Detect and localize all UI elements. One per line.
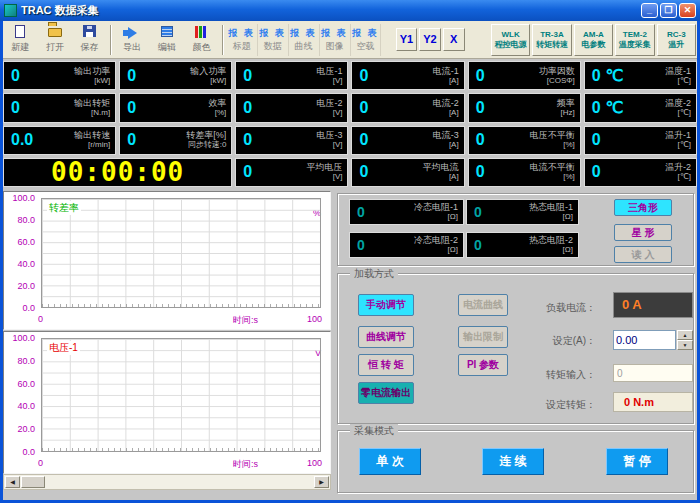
meter-frequency: 0 频率[Hz] (468, 93, 581, 122)
meter-slip-rate: 0 转差率[%]同步转速:0 (119, 126, 232, 155)
title-bar: TRAC 数据采集 _ ❐ ✕ (0, 0, 700, 21)
device-wlk-power-button[interactable]: WLK 程控电源 (491, 24, 530, 56)
set-current-input[interactable] (613, 330, 676, 350)
group-title: 采集模式 (350, 424, 398, 438)
export-button[interactable]: 导出 (115, 23, 150, 57)
x-axis-ticks: 0 时间:s 100 (4, 314, 330, 326)
meter-efficiency: 0 效率[%] (119, 93, 232, 122)
pi-params-button[interactable]: PI 参数 (458, 354, 508, 376)
save-disk-icon (83, 25, 96, 37)
x-axis-ticks: 0 时间:s 100 (4, 458, 330, 470)
new-button[interactable]: 新建 (3, 23, 38, 57)
set-torque-display: 0 N.m (613, 392, 693, 412)
app-window: TRAC 数据采集 _ ❐ ✕ 新建 打开 保存 导出 编辑 颜色 (0, 0, 700, 503)
open-folder-icon (48, 28, 62, 37)
spinner-down-icon[interactable]: ▼ (677, 340, 693, 350)
report-noload-button[interactable]: 报 表 空载 (351, 24, 382, 56)
hot-resistance-1: 0 热态电阻-1[Ω] (466, 199, 579, 225)
meter-output-speed: 0.0 输出转速[r/min] (3, 126, 116, 155)
report-title-button[interactable]: 报 表 标题 (227, 24, 258, 56)
open-button[interactable]: 打开 (38, 23, 73, 57)
meter-average-voltage: 0 平均电压[V] (235, 158, 348, 187)
meter-voltage-unbalance: 0 电压不平衡[%] (468, 126, 581, 155)
meter-power-factor: 0 功率因数[COSΦ] (468, 61, 581, 90)
set-torque-label: 设定转矩： (521, 398, 596, 412)
meter-temperature-1: 0 ℃ 温度-1[℃] (584, 61, 697, 90)
edit-button[interactable]: 编辑 (150, 23, 185, 57)
new-file-icon (15, 25, 25, 38)
toolbar: 新建 打开 保存 导出 编辑 颜色 报 表 标题 报 表 数据 (0, 21, 700, 59)
report-image-button[interactable]: 报 表 图像 (320, 24, 351, 56)
y-axis-ticks: 100.0 80.0 60.0 40.0 20.0 0.0 (4, 338, 38, 452)
minimize-button[interactable]: _ (641, 3, 658, 18)
device-tr3a-torque-button[interactable]: TR-3A 转矩转速 (532, 24, 571, 56)
curve-adjust-button[interactable]: 曲线调节 (358, 326, 414, 348)
device-ama-power-params-button[interactable]: AM-A 电参数 (574, 24, 613, 56)
current-curve-button[interactable]: 电流曲线 (458, 294, 508, 316)
constant-torque-button[interactable]: 恒 转 矩 (358, 354, 414, 376)
read-in-button[interactable]: 读 入 (614, 246, 672, 263)
y1-axis-button[interactable]: Y1 (396, 28, 418, 51)
scroll-right-arrow-icon[interactable]: ▶ (314, 476, 329, 488)
meter-voltage-2: 0 电压-2[V] (235, 93, 348, 122)
close-button[interactable]: ✕ (679, 3, 696, 18)
plot-area: 转差率 (41, 198, 321, 308)
meter-input-power: 0 输入功率[kW] (119, 61, 232, 90)
manual-adjust-button[interactable]: 手动调节 (358, 294, 414, 316)
save-button[interactable]: 保存 (72, 23, 107, 57)
star-connection-button[interactable]: 星 形 (614, 224, 672, 241)
cold-resistance-1: 0 冷态电阻-1[Ω] (349, 199, 464, 225)
device-rc3-temp-rise-button[interactable]: RC-3 温升 (657, 24, 696, 56)
zero-current-output-button[interactable]: 零电流输出 (358, 382, 414, 404)
meter-voltage-1: 0 电压-1[V] (235, 61, 348, 90)
x-axis-label: 时间:s (233, 458, 258, 471)
voltage-chart: 100.0 80.0 60.0 40.0 20.0 0.0 V 电压-1 0 时… (3, 331, 331, 474)
export-arrow-icon (128, 27, 137, 39)
meter-current-3: 0 电流-3[A] (351, 126, 464, 155)
x-axis-label: 时间:s (233, 314, 258, 327)
meter-current-1: 0 电流-1[A] (351, 61, 464, 90)
meter-grid: 0 输出功率[kW] 0 输入功率[kW] 0 电压-1[V] 0 电流-1[A… (3, 61, 697, 187)
toolbar-separator (110, 25, 112, 55)
pause-capture-button[interactable]: 暂 停 (606, 448, 668, 475)
group-title: 加载方式 (350, 267, 398, 281)
continuous-capture-button[interactable]: 连 续 (482, 448, 544, 475)
plot-area: 电压-1 (41, 338, 321, 452)
app-icon (4, 4, 17, 17)
chart-horizontal-scrollbar[interactable]: ◀ ▶ (3, 474, 331, 490)
torque-input-label: 转矩输入： (521, 368, 596, 382)
report-data-button[interactable]: 报 表 数据 (258, 24, 289, 56)
triangle-connection-button[interactable]: 三角形 (614, 199, 672, 216)
color-button[interactable]: 颜色 (184, 23, 219, 57)
output-limit-button[interactable]: 输出限制 (458, 326, 508, 348)
y2-axis-button[interactable]: Y2 (419, 28, 441, 51)
toolbar-separator (222, 25, 224, 55)
meter-temperature-2: 0 ℃ 温度-2[℃] (584, 93, 697, 122)
window-title: TRAC 数据采集 (21, 3, 639, 18)
meter-temp-rise-2: 0 温升-2[℃] (584, 158, 697, 187)
single-capture-button[interactable]: 单 次 (359, 448, 421, 475)
series-legend: 电压-1 (47, 341, 80, 355)
scroll-left-arrow-icon[interactable]: ◀ (5, 476, 20, 488)
capture-mode-group: 采集模式 单 次 连 续 暂 停 (337, 430, 694, 493)
set-current-spinner[interactable]: ▲ ▼ (677, 330, 693, 350)
meter-average-current: 0 平均电流[A] (351, 158, 464, 187)
maximize-button[interactable]: ❐ (660, 3, 677, 18)
torque-input-field[interactable] (613, 364, 693, 382)
meter-output-power: 0 输出功率[kW] (3, 61, 116, 90)
hot-resistance-2: 0 热态电阻-2[Ω] (466, 232, 579, 258)
report-curve-button[interactable]: 报 表 曲线 (289, 24, 320, 56)
edit-list-icon (161, 26, 173, 37)
spinner-up-icon[interactable]: ▲ (677, 330, 693, 340)
meter-temp-rise-1: 0 温升-1[℃] (584, 126, 697, 155)
set-current-label: 设定(A)： (521, 334, 596, 348)
scrollbar-thumb[interactable] (21, 476, 45, 488)
loading-method-group: 加载方式 手动调节 曲线调节 恒 转 矩 零电流输出 电流曲线 输出限制 PI … (337, 273, 694, 424)
meter-output-torque: 0 输出转矩[N.m] (3, 93, 116, 122)
y-axis-ticks: 100.0 80.0 60.0 40.0 20.0 0.0 (4, 198, 38, 308)
load-current-label: 负载电流： (521, 301, 596, 315)
x-axis-button[interactable]: X (443, 28, 465, 51)
device-tem2-temperature-button[interactable]: TEM-2 温度采集 (615, 24, 654, 56)
cold-resistance-2: 0 冷态电阻-2[Ω] (349, 232, 464, 258)
elapsed-timer: 00:00:00 (3, 158, 232, 187)
